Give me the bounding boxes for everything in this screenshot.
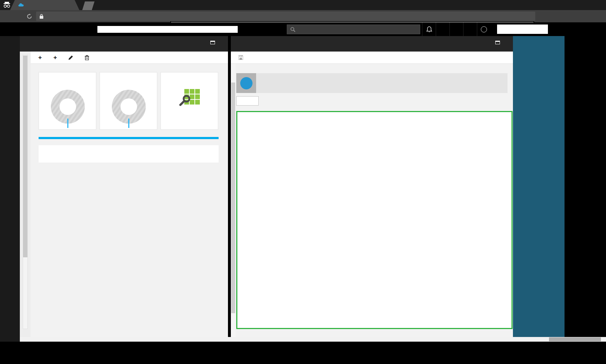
browser-tab[interactable] xyxy=(10,0,79,10)
address-bar[interactable] xyxy=(36,12,535,21)
trash-icon xyxy=(85,55,89,60)
maximize-blade-icon[interactable] xyxy=(495,41,500,44)
redacted-breadcrumb-box xyxy=(97,25,238,34)
gauge-tick xyxy=(67,119,69,128)
redacted-account-box xyxy=(496,24,549,35)
scoring-profiles-panel xyxy=(39,145,219,163)
window-close-button[interactable] xyxy=(590,0,606,10)
fields-summary-panel xyxy=(39,137,219,139)
schema-info-box xyxy=(236,73,508,93)
horizontal-scrollbar-thumb[interactable] xyxy=(549,337,601,341)
delete-button[interactable] xyxy=(85,55,91,60)
scrollbar-thumb[interactable] xyxy=(231,83,235,313)
resource-search-box[interactable] xyxy=(287,25,420,34)
info-icon-square xyxy=(236,73,256,93)
fields-blade-header xyxy=(231,36,513,52)
storage-size-tile[interactable] xyxy=(100,72,157,130)
edit-cors-options-button[interactable] xyxy=(69,55,75,60)
portal-canvas xyxy=(513,36,565,337)
add-edit-fields-button[interactable]: + xyxy=(38,56,44,60)
incognito-icon xyxy=(3,1,11,9)
topbar-icon-buttons xyxy=(422,22,491,36)
window-maximize-button[interactable] xyxy=(574,0,590,10)
fields-editor-table xyxy=(236,111,513,329)
plus-icon: + xyxy=(53,56,57,60)
storage-size-gauge xyxy=(112,90,146,124)
search-explorer-icon xyxy=(179,89,200,108)
plus-icon: + xyxy=(38,56,42,60)
help-icon[interactable] xyxy=(477,22,491,36)
reload-button[interactable] xyxy=(24,14,35,19)
bottom-black-band xyxy=(0,342,606,364)
window-minimize-button[interactable] xyxy=(558,0,574,10)
azure-sidebar xyxy=(0,36,20,342)
documents-blade-header xyxy=(31,36,228,52)
fields-blade-scrollbar[interactable] xyxy=(231,64,236,337)
editor-tabs xyxy=(236,96,513,106)
fields-command-bar xyxy=(231,52,513,64)
collapsed-blade-header xyxy=(20,36,31,52)
left-scrollbar[interactable] xyxy=(23,54,28,329)
browser-toolbar xyxy=(0,10,606,22)
maximize-blade-icon[interactable] xyxy=(210,41,215,44)
info-icon xyxy=(240,77,252,89)
save-button[interactable] xyxy=(238,55,245,60)
search-icon xyxy=(290,27,295,32)
add-scoring-profile-button[interactable]: + xyxy=(53,56,59,60)
window-controls xyxy=(558,0,606,10)
save-icon xyxy=(238,55,243,60)
search-input[interactable] xyxy=(298,27,414,32)
right-black-area xyxy=(565,36,606,364)
document-count-tile[interactable] xyxy=(39,72,96,130)
documents-blade: + + xyxy=(31,36,228,337)
browser-window: + + xyxy=(0,0,606,364)
cloud-shell-icon[interactable] xyxy=(436,22,449,36)
tab-stub[interactable] xyxy=(82,1,95,10)
collapsed-blade[interactable] xyxy=(20,36,31,337)
info-message xyxy=(256,73,508,93)
secure-badge xyxy=(40,14,45,19)
search-explorer-tile[interactable] xyxy=(161,72,218,130)
left-scrollbar-thumb[interactable] xyxy=(23,56,27,257)
horizontal-scrollbar[interactable] xyxy=(20,337,606,342)
gauge-tick xyxy=(128,119,129,128)
usage-tiles xyxy=(39,72,220,130)
pencil-icon xyxy=(69,55,73,60)
documents-command-bar: + + xyxy=(31,52,228,64)
browser-tab-bar xyxy=(0,0,606,10)
fields-blade xyxy=(231,36,513,337)
tab-basic[interactable] xyxy=(236,96,259,106)
notifications-bell-icon[interactable] xyxy=(422,22,436,36)
lock-icon xyxy=(40,14,43,19)
azure-cloud-icon xyxy=(18,2,24,8)
feedback-smiley-icon[interactable] xyxy=(463,22,477,36)
settings-gear-icon[interactable] xyxy=(449,22,463,36)
document-count-gauge xyxy=(51,90,85,124)
